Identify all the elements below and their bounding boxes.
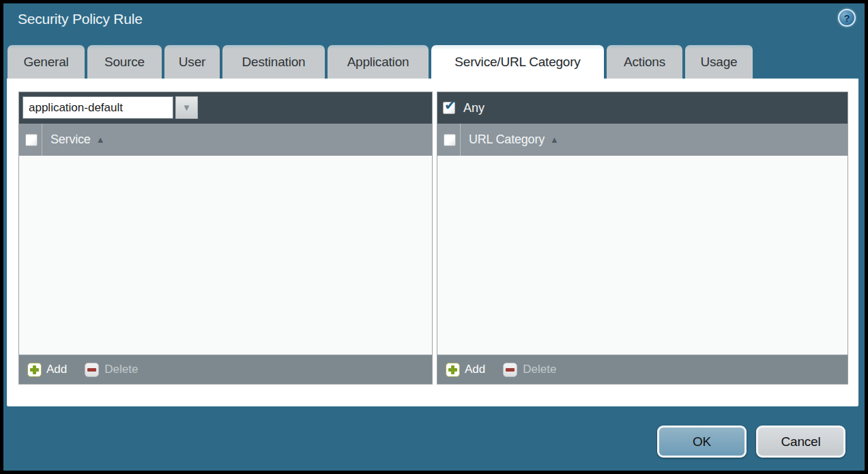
- dropdown-arrow-icon: ▼: [182, 102, 191, 113]
- tab-source[interactable]: Source: [87, 45, 162, 79]
- tab-bar: General Source User Destination Applicat…: [8, 45, 753, 79]
- help-icon[interactable]: ?: [838, 9, 856, 27]
- column-separator: [42, 124, 42, 156]
- service-delete-icon[interactable]: [85, 363, 99, 377]
- url-category-panel: ✔ Any URL Category ▲ Add Delete: [437, 92, 848, 385]
- service-list-empty[interactable]: [19, 156, 432, 354]
- any-checkbox-label[interactable]: Any: [463, 101, 484, 115]
- ok-button[interactable]: OK: [657, 426, 747, 458]
- url-category-delete-icon[interactable]: [503, 363, 517, 377]
- service-delete-button[interactable]: Delete: [104, 363, 138, 376]
- security-policy-rule-dialog: Security Policy Rule ? General Source Us…: [0, 0, 868, 474]
- service-column-header: Service ▲: [19, 124, 432, 156]
- service-select-all-checkbox[interactable]: [25, 134, 38, 146]
- service-panel-header: ▼: [19, 92, 432, 124]
- service-column-label[interactable]: Service: [50, 133, 91, 147]
- url-category-delete-button[interactable]: Delete: [523, 363, 556, 376]
- url-category-column-label[interactable]: URL Category: [469, 133, 545, 147]
- tab-application[interactable]: Application: [328, 45, 429, 79]
- sort-ascending-icon[interactable]: ▲: [550, 135, 559, 145]
- tab-general[interactable]: General: [8, 45, 85, 79]
- url-category-select-all-checkbox[interactable]: [444, 134, 456, 146]
- sort-ascending-icon[interactable]: ▲: [96, 135, 105, 145]
- service-add-button[interactable]: Add: [46, 363, 67, 376]
- tab-content-area: ▼ Service ▲ Add Delete ✔: [7, 79, 858, 406]
- url-category-panel-header: ✔ Any: [437, 92, 848, 124]
- service-type-dropdown-button[interactable]: ▼: [175, 96, 198, 119]
- tab-actions[interactable]: Actions: [607, 45, 682, 79]
- tab-service-url-category[interactable]: Service/URL Category: [431, 45, 604, 79]
- dialog-title: Security Policy Rule: [18, 11, 143, 27]
- service-type-dropdown[interactable]: [23, 96, 173, 119]
- tab-usage[interactable]: Usage: [685, 45, 753, 79]
- tab-user[interactable]: User: [164, 45, 220, 79]
- checkmark-icon: ✔: [444, 97, 456, 113]
- tab-destination[interactable]: Destination: [222, 45, 325, 79]
- service-add-icon[interactable]: [27, 363, 42, 377]
- any-checkbox[interactable]: ✔: [443, 102, 455, 114]
- url-category-column-header: URL Category ▲: [437, 124, 848, 156]
- service-panel: ▼ Service ▲ Add Delete: [18, 92, 433, 385]
- url-category-list-empty[interactable]: [437, 156, 848, 354]
- service-panel-footer: Add Delete: [19, 354, 432, 384]
- url-category-add-icon[interactable]: [446, 363, 460, 377]
- url-category-panel-footer: Add Delete: [437, 354, 848, 384]
- column-separator: [460, 124, 461, 156]
- cancel-button[interactable]: Cancel: [756, 426, 845, 458]
- url-category-add-button[interactable]: Add: [465, 363, 485, 376]
